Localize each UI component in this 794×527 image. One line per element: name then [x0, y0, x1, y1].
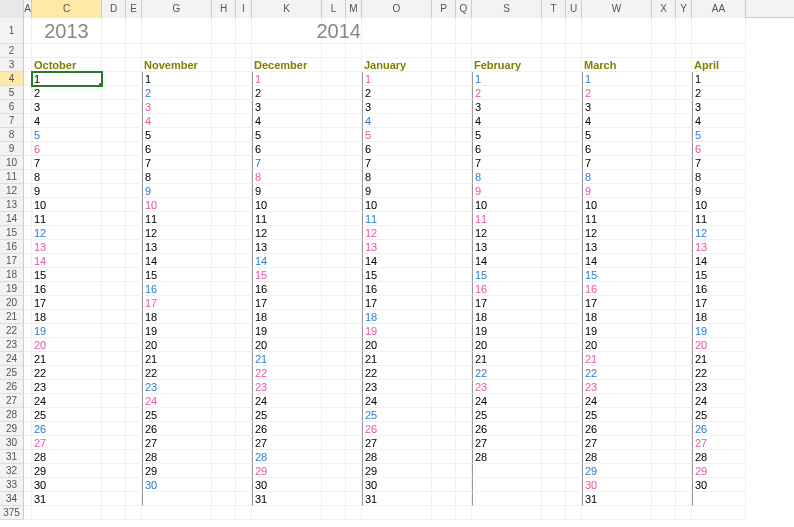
cell[interactable] — [24, 72, 32, 86]
day-cell[interactable]: 22 — [692, 366, 746, 380]
cell[interactable] — [212, 44, 236, 58]
cell[interactable] — [542, 436, 566, 450]
row-header-23[interactable]: 23 — [0, 338, 24, 352]
cell[interactable] — [126, 436, 142, 450]
day-cell[interactable]: 14 — [32, 254, 102, 268]
cell[interactable] — [456, 254, 472, 268]
cell[interactable] — [126, 282, 142, 296]
cell[interactable] — [346, 352, 362, 366]
day-cell[interactable]: 2 — [32, 86, 102, 100]
cell[interactable] — [472, 464, 542, 478]
day-cell[interactable]: 18 — [692, 310, 746, 324]
day-cell[interactable]: 3 — [252, 100, 322, 114]
day-cell[interactable]: 15 — [692, 268, 746, 282]
cell[interactable] — [212, 436, 236, 450]
day-cell[interactable]: 11 — [362, 212, 432, 226]
cell[interactable] — [652, 58, 676, 72]
day-cell[interactable]: 30 — [582, 478, 652, 492]
row-header-10[interactable]: 10 — [0, 156, 24, 170]
cell[interactable] — [322, 156, 346, 170]
day-cell[interactable]: 18 — [32, 310, 102, 324]
cell[interactable] — [566, 170, 582, 184]
cell[interactable] — [126, 58, 142, 72]
day-cell[interactable]: 4 — [692, 114, 746, 128]
cell[interactable] — [432, 72, 456, 86]
cell[interactable] — [566, 212, 582, 226]
day-cell[interactable]: 14 — [252, 254, 322, 268]
cell[interactable] — [432, 212, 456, 226]
cell[interactable] — [676, 142, 692, 156]
cell[interactable] — [102, 212, 126, 226]
cell[interactable] — [432, 394, 456, 408]
cell[interactable] — [212, 240, 236, 254]
cell[interactable] — [676, 478, 692, 492]
day-cell[interactable]: 26 — [362, 422, 432, 436]
cell[interactable] — [676, 310, 692, 324]
day-cell[interactable]: 18 — [142, 310, 212, 324]
cell[interactable] — [676, 18, 692, 44]
cell[interactable] — [566, 198, 582, 212]
day-cell[interactable]: 16 — [142, 282, 212, 296]
cell[interactable] — [102, 282, 126, 296]
day-cell[interactable]: 27 — [472, 436, 542, 450]
row-header-32[interactable]: 32 — [0, 464, 24, 478]
cell[interactable] — [212, 72, 236, 86]
cell[interactable] — [432, 352, 456, 366]
day-cell[interactable]: 3 — [142, 100, 212, 114]
day-cell[interactable]: 2 — [692, 86, 746, 100]
cell[interactable] — [652, 240, 676, 254]
cell[interactable] — [432, 296, 456, 310]
cell[interactable] — [542, 338, 566, 352]
cell[interactable] — [542, 170, 566, 184]
cell[interactable] — [236, 352, 252, 366]
cell[interactable] — [566, 226, 582, 240]
day-cell[interactable]: 8 — [692, 170, 746, 184]
cell[interactable] — [566, 492, 582, 506]
day-cell[interactable]: 14 — [472, 254, 542, 268]
cell[interactable] — [126, 128, 142, 142]
cell[interactable] — [126, 422, 142, 436]
cell[interactable] — [652, 436, 676, 450]
cell[interactable] — [102, 268, 126, 282]
day-cell[interactable]: 21 — [362, 352, 432, 366]
cell[interactable] — [566, 366, 582, 380]
day-cell[interactable]: 6 — [32, 142, 102, 156]
cell[interactable] — [676, 380, 692, 394]
cell[interactable] — [346, 114, 362, 128]
cell[interactable] — [24, 170, 32, 184]
cell[interactable] — [102, 226, 126, 240]
cell[interactable] — [322, 422, 346, 436]
cell[interactable] — [346, 240, 362, 254]
cell[interactable] — [542, 366, 566, 380]
cell[interactable] — [322, 114, 346, 128]
cell[interactable] — [346, 506, 362, 520]
cell[interactable] — [24, 44, 32, 58]
cell[interactable] — [566, 506, 582, 520]
cell[interactable] — [456, 114, 472, 128]
day-cell[interactable]: 21 — [472, 352, 542, 366]
day-cell[interactable]: 7 — [472, 156, 542, 170]
cell[interactable] — [236, 114, 252, 128]
cell[interactable] — [676, 408, 692, 422]
cell[interactable] — [236, 170, 252, 184]
cell[interactable] — [542, 450, 566, 464]
cell[interactable] — [652, 338, 676, 352]
cell[interactable] — [322, 226, 346, 240]
cell[interactable] — [126, 142, 142, 156]
day-cell[interactable]: 24 — [692, 394, 746, 408]
cell[interactable] — [456, 366, 472, 380]
cell[interactable] — [102, 100, 126, 114]
row-header-30[interactable]: 30 — [0, 436, 24, 450]
cell[interactable] — [456, 310, 472, 324]
cell[interactable] — [212, 282, 236, 296]
cell[interactable] — [432, 18, 456, 44]
cell[interactable] — [652, 380, 676, 394]
cell[interactable] — [102, 72, 126, 86]
cell[interactable] — [676, 352, 692, 366]
cell[interactable] — [566, 478, 582, 492]
cell[interactable] — [676, 366, 692, 380]
cell[interactable] — [322, 464, 346, 478]
cell[interactable] — [676, 170, 692, 184]
day-cell[interactable]: 1 — [252, 72, 322, 86]
cell[interactable] — [652, 86, 676, 100]
